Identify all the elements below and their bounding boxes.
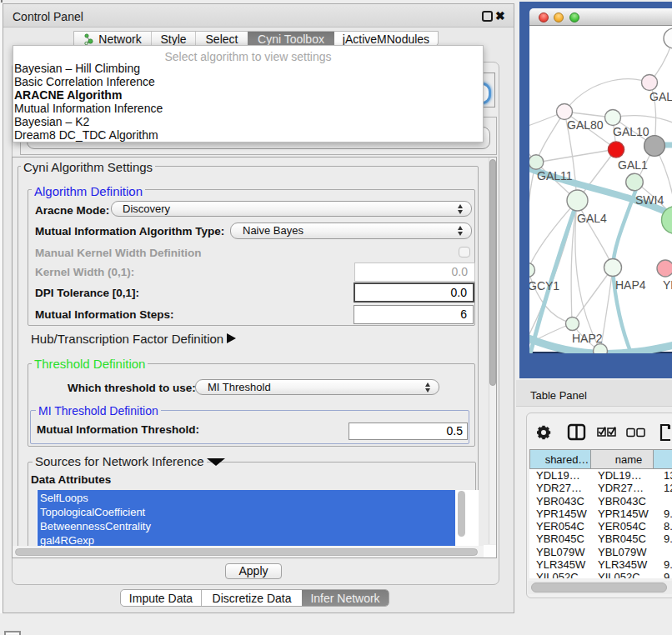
svg-text:GCY1: GCY1	[529, 279, 559, 292]
svg-text:GAL11: GAL11	[537, 169, 573, 182]
svg-text:GAL80: GAL80	[567, 118, 604, 132]
svg-text:SWI4: SWI4	[635, 193, 664, 207]
svg-text:GAL4: GAL4	[577, 212, 607, 225]
svg-text:HAP4: HAP4	[615, 278, 646, 292]
svg-text:HAP2: HAP2	[572, 332, 603, 345]
svg-text:GAL10: GAL10	[613, 125, 649, 138]
svg-text:GAL1: GAL1	[618, 158, 648, 172]
svg-text:GAL7: GAL7	[649, 90, 672, 103]
svg-text:YP: YP	[663, 278, 672, 292]
